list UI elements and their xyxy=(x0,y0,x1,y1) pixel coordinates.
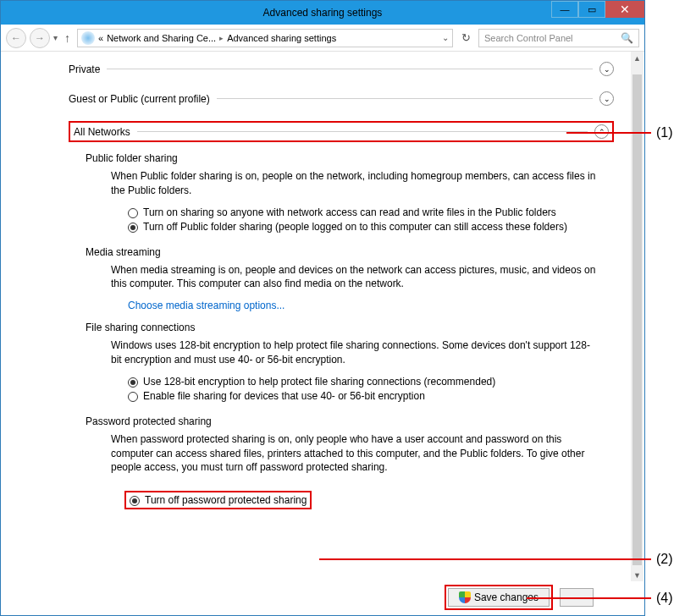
window-controls: — ▭ ✕ xyxy=(551,1,644,18)
maximize-button[interactable]: ▭ xyxy=(578,1,605,18)
up-button[interactable]: ↑ xyxy=(61,31,74,45)
section-guest[interactable]: Guest or Public (current profile) ⌄ xyxy=(69,91,614,106)
radio-icon xyxy=(130,496,140,506)
section-private[interactable]: Private ⌄ xyxy=(69,62,614,76)
breadcrumb[interactable]: « Network and Sharing Ce... ▸ Advanced s… xyxy=(77,29,453,47)
breadcrumb-icon xyxy=(81,31,95,45)
public-folder-desc: When Public folder sharing is on, people… xyxy=(111,169,597,198)
callout-line xyxy=(527,597,651,599)
media-desc: When media streaming is on, people and d… xyxy=(111,263,597,292)
breadcrumb-prefix: « xyxy=(98,33,103,43)
public-folder-heading: Public folder sharing xyxy=(86,152,614,164)
radio-password-off[interactable]: Turn off password protected sharing xyxy=(124,491,312,509)
radio-public-off-label: Turn off Public folder sharing (people l… xyxy=(143,221,567,233)
navbar: ← → ▾ ↑ « Network and Sharing Ce... ▸ Ad… xyxy=(1,25,644,52)
forward-button[interactable]: → xyxy=(30,28,50,48)
history-dropdown-icon[interactable]: ▾ xyxy=(53,33,58,42)
callout-line xyxy=(566,132,651,134)
close-button[interactable]: ✕ xyxy=(605,1,644,18)
callout-2-label: (2) xyxy=(656,552,673,567)
media-heading: Media streaming xyxy=(86,246,614,258)
radio-128bit[interactable]: Use 128-bit encryption to help protect f… xyxy=(128,376,597,388)
refresh-button[interactable]: ↻ xyxy=(456,29,475,47)
callout-4: (4) xyxy=(527,591,673,606)
radio-40bit-label: Enable file sharing for devices that use… xyxy=(143,390,425,402)
section-guest-label: Guest or Public (current profile) xyxy=(69,93,210,105)
radio-public-off[interactable]: Turn off Public folder sharing (people l… xyxy=(128,221,597,233)
divider xyxy=(217,98,593,99)
search-placeholder: Search Control Panel xyxy=(484,33,573,43)
radio-icon xyxy=(128,392,138,402)
media-link[interactable]: Choose media streaming options... xyxy=(128,300,614,311)
search-icon: 🔍 xyxy=(621,32,633,44)
radio-40bit[interactable]: Enable file sharing for devices that use… xyxy=(128,390,597,402)
window: Advanced sharing settings — ▭ ✕ ← → ▾ ↑ … xyxy=(0,0,645,616)
password-heading: Password protected sharing xyxy=(86,415,614,427)
breadcrumb-dropdown-icon[interactable]: ⌄ xyxy=(442,33,449,42)
radio-password-off-label: Turn off password protected sharing xyxy=(145,494,307,506)
back-button[interactable]: ← xyxy=(6,28,26,48)
divider xyxy=(137,131,588,132)
radio-public-on-label: Turn on sharing so anyone with network a… xyxy=(143,206,556,218)
password-desc: When password protected sharing is on, o… xyxy=(111,432,597,475)
shield-icon xyxy=(459,591,471,603)
chevron-down-icon[interactable]: ⌄ xyxy=(599,62,614,76)
section-all-networks[interactable]: All Networks ⌃ xyxy=(69,121,614,142)
section-private-label: Private xyxy=(69,63,100,75)
breadcrumb-parent[interactable]: Network and Sharing Ce... xyxy=(107,33,216,43)
content-area: Private ⌄ Guest or Public (current profi… xyxy=(1,52,631,581)
radio-icon xyxy=(128,223,138,233)
scroll-thumb[interactable] xyxy=(632,74,642,565)
scroll-down-icon[interactable]: ▼ xyxy=(631,569,644,581)
callout-4-label: (4) xyxy=(656,591,673,606)
breadcrumb-sep-icon: ▸ xyxy=(219,34,224,42)
chevron-down-icon[interactable]: ⌄ xyxy=(599,91,614,106)
breadcrumb-current[interactable]: Advanced sharing settings xyxy=(227,33,336,43)
window-title: Advanced sharing settings xyxy=(263,7,383,19)
search-input[interactable]: Search Control Panel 🔍 xyxy=(478,29,639,47)
radio-public-on[interactable]: Turn on sharing so anyone with network a… xyxy=(128,206,597,218)
radio-icon xyxy=(128,208,138,218)
divider xyxy=(107,69,593,69)
minimize-button[interactable]: — xyxy=(551,1,578,18)
scroll-up-icon[interactable]: ▲ xyxy=(631,52,644,64)
radio-128bit-label: Use 128-bit encryption to help protect f… xyxy=(143,376,495,388)
callout-2: (2) xyxy=(319,552,673,567)
section-all-networks-label: All Networks xyxy=(74,126,130,138)
callout-line xyxy=(319,558,651,560)
file-sharing-desc: Windows uses 128-bit encryption to help … xyxy=(111,338,597,367)
radio-icon xyxy=(128,377,138,388)
callout-1: (1) xyxy=(566,125,673,140)
file-sharing-heading: File sharing connections xyxy=(86,322,614,333)
titlebar: Advanced sharing settings — ▭ ✕ xyxy=(1,1,644,25)
callout-1-label: (1) xyxy=(656,125,673,140)
